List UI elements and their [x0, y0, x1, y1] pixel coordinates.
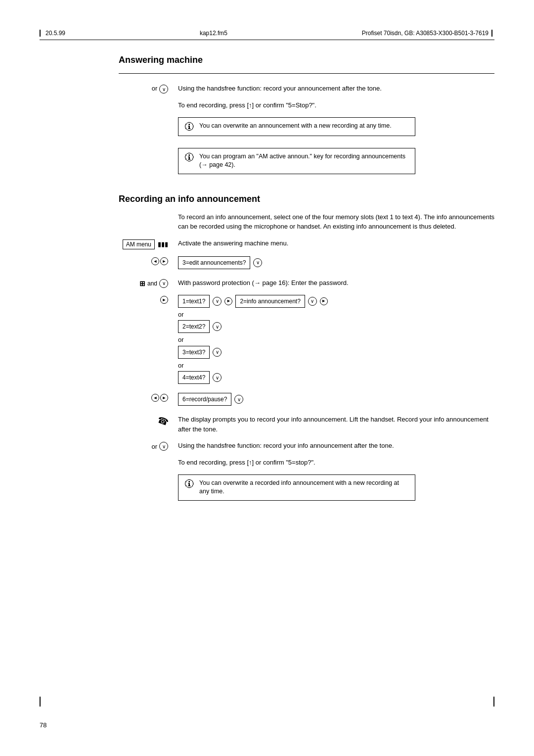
record-right-icon: ► — [160, 394, 168, 402]
note3-box: 🛈 You can overwrite a recorded info anno… — [178, 474, 415, 501]
end-recording-text: To end recording, press [↑] or confirm "… — [178, 100, 494, 110]
note1-block: 🛈 You can overwrite an announcement with… — [40, 117, 494, 141]
note1-icon: 🛈 — [184, 122, 194, 132]
text3-screen: 3=text3? — [178, 346, 210, 359]
display-prompts-text: The display prompts you to record your i… — [178, 415, 494, 434]
header-date: 20.5.99 — [45, 30, 65, 37]
record-left-icon: ◄ — [151, 394, 159, 402]
edit-ann-down-icon: ∨ — [253, 258, 262, 267]
or-3: or — [178, 361, 494, 371]
edit-ann-row: ◄ ► 3=edit announcements? ∨ — [40, 256, 494, 271]
text2-row: 2=text2? ∨ — [178, 320, 494, 333]
or-handsfree-text: Using the handsfree function: record you… — [178, 441, 494, 451]
footer-bar-right — [493, 697, 494, 707]
note2-text: You can program an "AM active announ." k… — [199, 152, 409, 170]
display-prompts-row: ☎ The display prompts you to record your… — [40, 415, 494, 434]
header-bar-left — [40, 30, 41, 37]
info-ann-down-icon: ∨ — [308, 297, 317, 306]
am-menu-row: AM menu ▮▮▮ Activate the answering machi… — [40, 238, 494, 249]
end-recording-row: To end recording, press [↑] or confirm "… — [40, 100, 494, 110]
end-recording2-row: To end recording, press [↑] or confirm "… — [40, 458, 494, 468]
left-nav-icon: ◄ — [151, 257, 159, 265]
section1-title: Answering machine — [119, 55, 494, 65]
handsfree-row: or ∨ Using the handsfree function: recor… — [40, 84, 494, 94]
or-1: or — [178, 310, 494, 320]
record-pause-inline: 6=record/pause? ∨ — [178, 393, 494, 406]
edit-ann-inline: 3=edit announcements? ∨ — [178, 256, 494, 269]
header-file: kap12.fm5 — [200, 30, 227, 37]
right-nav-icon: ► — [160, 257, 168, 265]
nav-arrows-icon: ◄ ► — [151, 257, 168, 265]
text-play-icon: ► — [160, 296, 168, 304]
text1-row: 1=text1? ∨ ► 2=info announcement? ∨ ► — [178, 295, 494, 308]
text1-down-icon: ∨ — [213, 297, 222, 306]
and-label: and — [147, 280, 157, 287]
note1-text: You can overwrite an announcement with a… — [199, 122, 392, 131]
page-header: 20.5.99 kap12.fm5 Profiset 70isdn, GB: A… — [40, 30, 494, 40]
password-text: With password protection (→ page 16): En… — [178, 278, 494, 288]
section2-title: Recording an info announcement — [119, 194, 494, 204]
record-pause-down-icon: ∨ — [234, 395, 243, 404]
record-pause-row: ◄ ► 6=record/pause? ∨ — [40, 393, 494, 408]
text3-row: 3=text3? ∨ — [178, 346, 494, 359]
text4-down-icon: ∨ — [213, 373, 222, 382]
header-product: Profiset 70isdn, GB: A30853-X300-B501-3-… — [362, 30, 489, 37]
note2-icon: 🛈 — [184, 152, 194, 162]
handset-icon: ☎ — [156, 414, 170, 428]
note3-text: You can overwrite a recorded info announ… — [199, 479, 409, 496]
or-handsfree-row: or ∨ Using the handsfree function: recor… — [40, 441, 494, 451]
hash-icon: ⊞ — [139, 280, 145, 287]
note3-icon: 🛈 — [184, 479, 194, 489]
section2-intro: To record an info announcement, select o… — [178, 212, 494, 232]
text2-screen: 2=text2? — [178, 320, 210, 333]
end-recording2-text: To end recording, press [↑] or confirm "… — [178, 458, 494, 468]
handsfree-text: Using the handsfree function: record you… — [178, 84, 494, 94]
text1-screen: 1=text1? — [178, 295, 210, 308]
or-handsfree-down-icon: ∨ — [159, 442, 168, 451]
am-menu-label: AM menu — [123, 239, 155, 249]
or-label2: or — [151, 443, 157, 450]
or-2: or — [178, 335, 494, 345]
page-number: 78 — [40, 721, 46, 729]
down-circle-icon: ∨ — [159, 85, 168, 94]
note1-box: 🛈 You can overwrite an announcement with… — [178, 117, 415, 136]
record-nav-arrows: ◄ ► — [151, 394, 168, 402]
info-ann-screen: 2=info announcement? — [235, 295, 305, 308]
password-row: ⊞ and ∨ With password protection (→ page… — [40, 278, 494, 288]
note2-block: 🛈 You can program an "AM active announ."… — [40, 148, 494, 179]
record-pause-screen: 6=record/pause? — [178, 393, 231, 406]
footer-bar-left — [40, 697, 41, 707]
text1-right-icon: ► — [224, 297, 232, 305]
header-bar-right — [491, 30, 492, 37]
text-options-row: ► 1=text1? ∨ ► 2=info announcement? ∨ ► … — [40, 295, 494, 386]
note2-box: 🛈 You can program an "AM active announ."… — [178, 148, 415, 174]
text4-screen: 4=text4? — [178, 371, 210, 384]
text-nav-arrows-icon: ► — [160, 296, 168, 304]
password-down-icon: ∨ — [159, 279, 168, 288]
text4-row: 4=text4? ∨ — [178, 371, 494, 384]
note3-block: 🛈 You can overwrite a recorded info anno… — [40, 474, 494, 506]
info-ann-right-icon: ► — [320, 297, 328, 305]
edit-ann-screen: 3=edit announcements? — [178, 256, 250, 269]
text3-down-icon: ∨ — [213, 348, 222, 357]
text2-down-icon: ∨ — [213, 322, 222, 331]
or-label: or — [152, 85, 158, 92]
section2-intro-block: To record an info announcement, select o… — [40, 212, 494, 232]
am-menu-text: Activate the answering machine menu. — [178, 238, 494, 248]
